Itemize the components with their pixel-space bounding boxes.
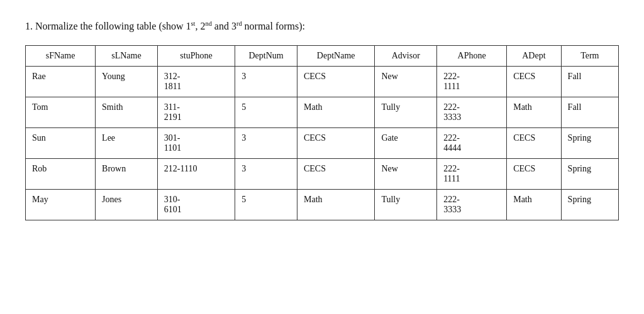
table-cell: 310-6101: [157, 190, 235, 220]
table-cell: 5: [235, 190, 297, 220]
table-cell: 222-1111: [437, 67, 507, 97]
table-cell: Spring: [561, 159, 618, 190]
table-cell: CECS: [297, 128, 374, 159]
column-header-deptnum: DeptNum: [235, 46, 297, 67]
column-header-term: Term: [561, 46, 618, 67]
table-cell: 222-3333: [437, 190, 507, 220]
table-cell: Spring: [561, 190, 618, 220]
column-header-sfname: sFName: [26, 46, 96, 67]
table-cell: Math: [507, 190, 561, 220]
table-cell: 301-1101: [157, 128, 235, 159]
table-cell: 5: [235, 97, 297, 128]
table-row: MayJones310-61015MathTully222-3333MathSp…: [26, 190, 619, 220]
table-cell: Fall: [561, 67, 618, 97]
table-cell: 3: [235, 159, 297, 190]
column-header-slname: sLName: [96, 46, 158, 67]
table-cell: 3: [235, 67, 297, 97]
table-row: RobBrown212-11103CECSNew222-1111CECSSpri…: [26, 159, 619, 190]
table-cell: New: [375, 159, 437, 190]
table-cell: Rae: [26, 67, 96, 97]
table-row: TomSmith311-21915MathTully222-3333MathFa…: [26, 97, 619, 128]
table-cell: 222-4444: [437, 128, 507, 159]
table-cell: Lee: [96, 128, 158, 159]
column-header-aphone: APhone: [437, 46, 507, 67]
table-cell: CECS: [297, 159, 374, 190]
column-header-advisor: Advisor: [375, 46, 437, 67]
table-cell: 311-2191: [157, 97, 235, 128]
normalization-table: sFNamesLNamestuPhoneDeptNumDeptNameAdvis…: [25, 45, 619, 220]
table-cell: May: [26, 190, 96, 220]
table-header-row: sFNamesLNamestuPhoneDeptNumDeptNameAdvis…: [26, 46, 619, 67]
table-cell: CECS: [507, 67, 561, 97]
table-cell: 212-1110: [157, 159, 235, 190]
table-cell: Spring: [561, 128, 618, 159]
table-row: RaeYoung312-18113CECSNew222-1111CECSFall: [26, 67, 619, 97]
table-cell: Jones: [96, 190, 158, 220]
table-cell: Rob: [26, 159, 96, 190]
table-cell: Math: [297, 190, 374, 220]
question-heading: 1. Normalize the following table (show 1…: [25, 19, 619, 34]
table-cell: Tom: [26, 97, 96, 128]
table-cell: Math: [297, 97, 374, 128]
table-cell: 3: [235, 128, 297, 159]
table-cell: Young: [96, 67, 158, 97]
column-header-deptname: DeptName: [297, 46, 374, 67]
table-cell: Smith: [96, 97, 158, 128]
column-header-stuphone: stuPhone: [157, 46, 235, 67]
table-cell: Math: [507, 97, 561, 128]
table-cell: New: [375, 67, 437, 97]
table-row: SunLee301-11013CECSGate222-4444CECSSprin…: [26, 128, 619, 159]
table-cell: 312-1811: [157, 67, 235, 97]
table-cell: Tully: [375, 190, 437, 220]
table-cell: Tully: [375, 97, 437, 128]
table-cell: CECS: [507, 128, 561, 159]
table-cell: Brown: [96, 159, 158, 190]
column-header-adept: ADept: [507, 46, 561, 67]
table-cell: CECS: [297, 67, 374, 97]
table-cell: Gate: [375, 128, 437, 159]
table-cell: 222-1111: [437, 159, 507, 190]
table-cell: Fall: [561, 97, 618, 128]
table-cell: Sun: [26, 128, 96, 159]
table-cell: 222-3333: [437, 97, 507, 128]
table-cell: CECS: [507, 159, 561, 190]
